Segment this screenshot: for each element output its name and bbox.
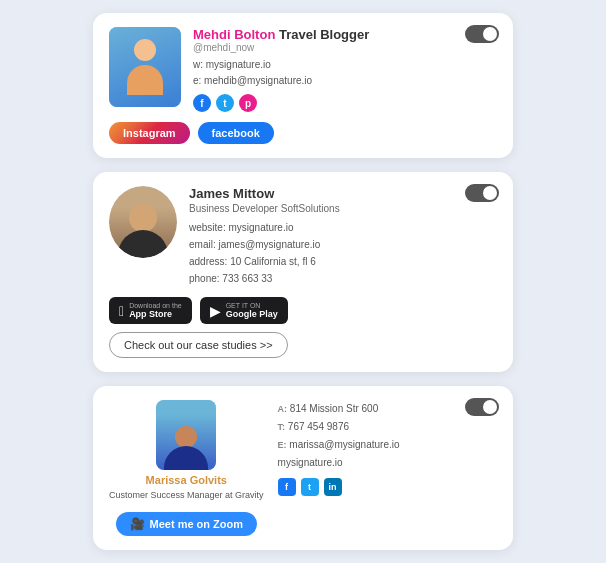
googleplay-top-label: GET IT ON xyxy=(226,302,278,309)
card2-app-buttons:  Download on the App Store ▶ GET IT ON … xyxy=(109,297,497,324)
card3-buttons: 🎥 Meet me on Zoom xyxy=(116,512,258,536)
card3-social-icons: f t in xyxy=(278,478,497,496)
apple-icon:  xyxy=(119,303,124,319)
facebook-button[interactable]: facebook xyxy=(198,122,274,144)
card1-buttons: Instagram facebook xyxy=(109,122,497,144)
toggle-card2[interactable] xyxy=(465,184,499,202)
facebook-icon: f xyxy=(193,94,211,112)
linkedin-square-icon: in xyxy=(324,478,342,496)
card-marissa-golvits: Marissa Golvits Customer Success Manager… xyxy=(93,386,513,550)
card3-role: Customer Success Manager at Gravity xyxy=(109,490,264,500)
twitter-icon: t xyxy=(216,94,234,112)
card1-handle: @mehdi_now xyxy=(193,42,497,53)
card-james-mittow: James Mittow Business Developer SoftSolu… xyxy=(93,172,513,372)
card2-info: James Mittow Business Developer SoftSolu… xyxy=(189,186,497,287)
card1-social-icons: f t p xyxy=(193,94,497,112)
card1-contact: w: mysignature.io e: mehdib@mysignature.… xyxy=(193,57,497,89)
card3-photo xyxy=(156,400,216,470)
facebook-square-icon: f xyxy=(278,478,296,496)
appstore-button[interactable]:  Download on the App Store xyxy=(109,297,192,324)
card1-info: Mehdi Bolton Travel Blogger @mehdi_now w… xyxy=(193,27,497,112)
card3-name: Marissa Golvits xyxy=(146,474,227,486)
card1-role: Travel Blogger xyxy=(279,27,369,42)
card-mehdi-bolton: Mehdi Bolton Travel Blogger @mehdi_now w… xyxy=(93,13,513,158)
appstore-top-label: Download on the xyxy=(129,302,182,309)
play-icon: ▶ xyxy=(210,303,221,319)
toggle-card1[interactable] xyxy=(465,25,499,43)
zoom-button[interactable]: 🎥 Meet me on Zoom xyxy=(116,512,258,536)
card1-name-text: Mehdi Bolton xyxy=(193,27,275,42)
card3-left: Marissa Golvits Customer Success Manager… xyxy=(109,400,264,536)
card2-contact: website: mysignature.io email: james@mys… xyxy=(189,219,497,287)
pinterest-icon: p xyxy=(239,94,257,112)
card1-photo xyxy=(109,27,181,107)
card2-photo xyxy=(109,186,177,258)
card2-name: James Mittow xyxy=(189,186,497,201)
toggle-card3[interactable] xyxy=(465,398,499,416)
appstore-main-label: App Store xyxy=(129,309,182,319)
googleplay-button[interactable]: ▶ GET IT ON Google Play xyxy=(200,297,288,324)
instagram-button[interactable]: Instagram xyxy=(109,122,190,144)
googleplay-main-label: Google Play xyxy=(226,309,278,319)
card2-role: Business Developer SoftSolutions xyxy=(189,203,497,214)
card3-contact: A: 814 Mission Str 600 T: 767 454 9876 E… xyxy=(278,400,497,472)
twitter-square-icon: t xyxy=(301,478,319,496)
camera-icon: 🎥 xyxy=(130,517,145,531)
card3-right: A: 814 Mission Str 600 T: 767 454 9876 E… xyxy=(278,400,497,496)
case-studies-button[interactable]: Check out our case studies >> xyxy=(109,332,288,358)
